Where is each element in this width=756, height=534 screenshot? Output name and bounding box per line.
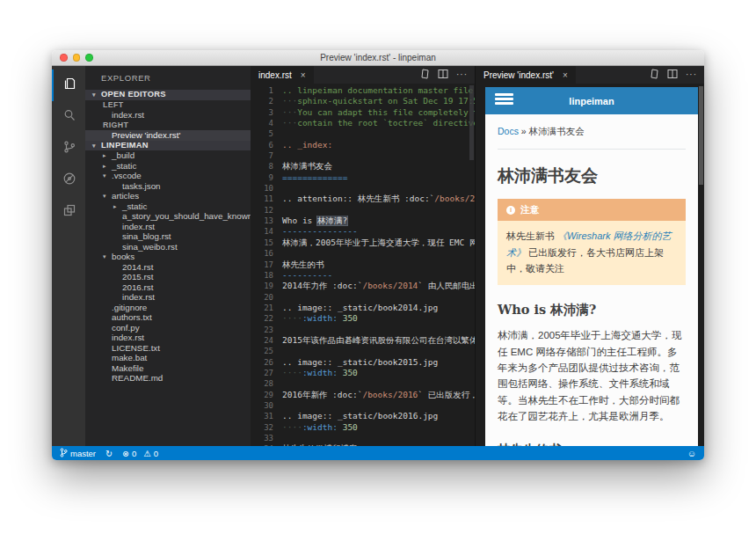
open-editor-item[interactable]: LEFT — [85, 100, 251, 111]
code-line[interactable]: 6.. _index: — [251, 140, 475, 150]
code-line[interactable]: 5 — [251, 128, 475, 139]
search-activity-button[interactable] — [52, 101, 85, 133]
editor-scrollbar[interactable] — [469, 85, 474, 160]
zoom-button[interactable] — [85, 54, 93, 62]
code-line[interactable]: 192014年力作 :doc:`/books/2014` 由人民邮电出版社在中国… — [251, 281, 475, 291]
code-line[interactable]: 28 — [251, 378, 475, 389]
row-label: articles — [112, 191, 139, 201]
code-line[interactable]: 7 — [251, 150, 475, 161]
row-label: _static — [122, 201, 147, 212]
code-line[interactable]: 33 — [251, 433, 475, 443]
line-number: 14 — [251, 226, 282, 237]
code-line[interactable]: 16 — [251, 248, 475, 259]
code-line[interactable]: 31.. image:: _static/book2016.jpg — [251, 411, 475, 421]
code-line[interactable]: 3···You can adapt this file completely t… — [251, 107, 475, 118]
code-line[interactable]: 2···sphinx-quickstart on Sat Dec 19 17:5… — [251, 96, 475, 106]
more-actions-icon[interactable]: ··· — [456, 70, 468, 79]
code-line[interactable]: 13Who is 林沛满? — [251, 216, 475, 226]
tree-item[interactable]: tasks.json — [85, 181, 251, 192]
tree-item[interactable]: index.rst — [85, 292, 251, 303]
debug-activity-button[interactable] — [52, 165, 85, 196]
tab-index-rst[interactable]: index.rst × — [251, 66, 314, 84]
code-line[interactable]: 22····:width: 350 — [251, 313, 475, 324]
open-editor-item[interactable]: RIGHT — [85, 121, 251, 131]
close-tab-icon[interactable]: × — [563, 70, 568, 80]
code-line[interactable]: 11.. attention:: 林先生新书 :doc:`/books/2016… — [251, 194, 475, 204]
code-line[interactable]: 17林先生的书 — [251, 260, 475, 270]
tree-item[interactable]: .gitignore — [85, 303, 251, 313]
tree-item[interactable]: sina_blog.rst — [85, 231, 251, 242]
tree-item[interactable]: README.md — [85, 373, 251, 384]
tab-preview-index-rst[interactable]: Preview 'index.rst' × — [476, 66, 576, 84]
code-line[interactable]: 18---------- — [251, 270, 475, 281]
minimize-button[interactable] — [73, 54, 81, 62]
code-line[interactable]: 23 — [251, 325, 475, 335]
line-number: 16 — [251, 248, 282, 259]
code-line[interactable]: 292016年新作 :doc:`/books/2016` 已出版发行，现正登陆各… — [251, 390, 475, 400]
code-line[interactable]: 15林沛满，2005年毕业于上海交通大学，现任 EMC 网络存储部门的主任工程师… — [251, 238, 475, 248]
line-number: 20 — [251, 292, 282, 303]
code-line[interactable]: 9============= — [251, 172, 475, 183]
split-editor-icon[interactable] — [667, 67, 678, 83]
tree-item[interactable]: sina_weibo.rst — [85, 242, 251, 252]
tree-item[interactable]: ▸_build — [85, 150, 251, 161]
tree-item[interactable]: ▸_static — [85, 201, 251, 212]
more-actions-icon[interactable]: ··· — [686, 70, 697, 79]
section-open-editors[interactable]: ▾OPEN EDITORS — [85, 90, 251, 100]
tree-item[interactable]: conf.py — [85, 323, 251, 333]
tree-item[interactable]: ▾books — [85, 252, 251, 262]
code-line[interactable]: 30 — [251, 400, 475, 411]
tree-item[interactable]: index.rst — [85, 333, 251, 343]
tree-item[interactable]: LICENSE.txt — [85, 343, 251, 354]
preview-scrollbar[interactable] — [699, 86, 703, 185]
tree-item[interactable]: 2016.rst — [85, 282, 251, 293]
close-button[interactable] — [60, 54, 68, 62]
row-label: RIGHT — [103, 121, 128, 131]
git-branch-status[interactable]: master — [60, 448, 96, 459]
open-editor-item[interactable]: Preview 'index.rst' — [85, 130, 251, 141]
title-bar[interactable]: Preview 'index.rst' - linpeiman — [52, 50, 704, 66]
problems-status[interactable]: ⊗ 0 ⚠ 0 — [122, 449, 158, 458]
explorer-activity-button[interactable] — [52, 69, 85, 101]
extensions-activity-button[interactable] — [52, 196, 85, 228]
code-line[interactable]: 10 — [251, 183, 475, 194]
code-line[interactable]: 1.. linpeiman documentation master file,… — [251, 85, 475, 96]
tree-item[interactable]: make.bat — [85, 353, 251, 363]
feedback-smiley-button[interactable]: ☺ — [687, 449, 696, 458]
tree-item[interactable]: Makefile — [85, 363, 251, 374]
open-preview-icon[interactable] — [649, 67, 659, 83]
sync-button[interactable]: ↻ — [105, 449, 113, 458]
code-line[interactable]: 12 — [251, 205, 475, 216]
code-line[interactable]: 14--------------- — [251, 226, 475, 237]
code-line[interactable]: 20 — [251, 292, 475, 303]
line-number: 10 — [251, 183, 282, 194]
code-line[interactable]: 242015年该作品由碁峰资讯股份有限公司在台湾以繁体中文出版。 — [251, 335, 475, 346]
code-line[interactable]: 8林沛满书友会 — [251, 161, 475, 172]
tree-item[interactable]: 2014.rst — [85, 262, 251, 273]
open-preview-icon[interactable] — [419, 67, 430, 83]
tree-item[interactable]: ▸_static — [85, 161, 251, 172]
code-line[interactable]: 26.. image:: _static/book2015.jpg — [251, 357, 475, 368]
open-editor-item[interactable]: index.rst — [85, 110, 251, 121]
code-line[interactable]: 4···contain the root `toctree` directive… — [251, 118, 475, 128]
tree-item[interactable]: ▾.vscode — [85, 171, 251, 181]
row-label: 2015.rst — [122, 272, 153, 282]
split-editor-icon[interactable] — [438, 67, 448, 83]
code-line[interactable]: 34林先生的微博和博客 — [251, 443, 475, 446]
section-root-folder[interactable]: ▾LINPEIMAN — [85, 141, 251, 151]
tree-item[interactable]: ▾articles — [85, 191, 251, 201]
hamburger-menu-icon[interactable] — [495, 93, 513, 107]
tree-item[interactable]: 2015.rst — [85, 272, 251, 282]
breadcrumb-docs-link[interactable]: Docs — [498, 126, 519, 136]
close-tab-icon[interactable]: × — [301, 70, 306, 80]
row-label: sina_blog.rst — [122, 231, 171, 242]
tree-item[interactable]: index.rst — [85, 222, 251, 232]
code-line[interactable]: 21.. image:: _static/book2014.jpg — [251, 303, 475, 313]
tree-item[interactable]: a_story_you_should_have_known.rst — [85, 211, 251, 222]
code-line[interactable]: 25 — [251, 346, 475, 356]
code-line[interactable]: 32····:width: 350 — [251, 422, 475, 433]
code-editor[interactable]: 1.. linpeiman documentation master file,… — [251, 84, 475, 446]
tree-item[interactable]: authors.txt — [85, 312, 251, 323]
code-line[interactable]: 27····:width: 350 — [251, 368, 475, 378]
source-control-activity-button[interactable] — [52, 133, 85, 165]
